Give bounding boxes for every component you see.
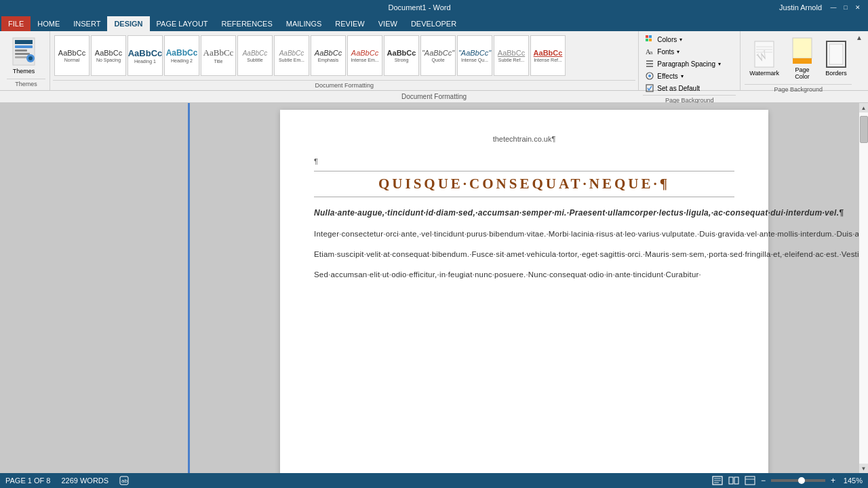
doc-format-label: Document Formatting [401, 93, 467, 100]
tab-review[interactable]: REVIEW [328, 16, 371, 31]
header-text: thetechtrain.co.uk¶ [493, 135, 556, 143]
tab-home[interactable]: HOME [31, 16, 66, 31]
document-page: thetechtrain.co.uk¶ ¶ QUISQUE·CONSEQUAT·… [280, 110, 768, 473]
fonts-label: Fonts [657, 48, 674, 56]
themes-label: Themes [13, 68, 35, 75]
tab-mailings[interactable]: MAILINGS [279, 16, 329, 31]
style-subtle-em[interactable]: AaBbCc Subtle Em... [274, 35, 309, 76]
style-subtle-ref[interactable]: AaBbCc Subtle Ref... [494, 35, 529, 76]
tab-file[interactable]: FILE [1, 16, 31, 31]
effects-label: Effects [657, 73, 677, 80]
themes-icon [12, 37, 36, 66]
svg-text:ab: ab [121, 478, 127, 484]
close-button[interactable]: ✕ [853, 3, 863, 12]
status-right: − + 145% [712, 476, 863, 485]
svg-rect-5 [15, 56, 28, 58]
vertical-scrollbar[interactable]: ▲ ▼ [859, 103, 868, 473]
style-title[interactable]: AaBbCc Title [201, 35, 236, 76]
intro-paragraph: Nulla·ante·augue,·tincidunt·id·diam·sed,… [314, 207, 734, 219]
style-strong[interactable]: AaBbCc Strong [384, 35, 419, 76]
style-gallery: AaBbCc Normal AaBbCc No Spacing AaBbCc H… [53, 33, 635, 79]
spell-check-icon: ab [119, 476, 129, 485]
set-as-default-button[interactable]: Set as Default [643, 83, 736, 94]
doc-format-section-label: Document Formatting [53, 80, 635, 89]
document-area[interactable]: thetechtrain.co.uk¶ ¶ QUISQUE·CONSEQUAT·… [190, 103, 859, 473]
style-heading2[interactable]: AaBbCc Heading 2 [164, 35, 199, 76]
user-info: Justin Arnold [779, 3, 822, 12]
paragraph-spacing-label: Paragraph Spacing [657, 60, 715, 68]
effects-icon [645, 71, 654, 81]
svg-rect-19 [646, 85, 653, 92]
body-paragraph-2: Etiam·suscipit·velit·at·consequat·bibend… [314, 249, 734, 261]
page-header: thetechtrain.co.uk¶ [314, 134, 734, 144]
status-bar: PAGE 1 OF 8 2269 WORDS ab − + 145% [0, 473, 868, 488]
body-paragraph-3-partial: Sed·accumsan·elit·ut·odio·efficitur,·in·… [314, 269, 734, 281]
svg-text:a: a [650, 49, 653, 56]
document-heading: QUISQUE·CONSEQUAT·NEQUE·¶ [314, 171, 734, 197]
read-mode-icon[interactable] [728, 476, 739, 485]
themes-button[interactable]: Themes [7, 34, 41, 77]
scroll-up-button[interactable]: ▲ [859, 103, 868, 113]
ribbon-collapse-button[interactable]: ▲ [856, 34, 863, 41]
zoom-in-button[interactable]: + [831, 476, 835, 485]
style-heading1[interactable]: AaBbCc Heading 1 [127, 35, 163, 76]
svg-rect-11 [649, 39, 652, 41]
print-layout-icon[interactable] [712, 476, 723, 485]
style-quote[interactable]: "AaBbCc" Quote [420, 35, 456, 76]
tab-page-layout[interactable]: PAGE LAYOUT [150, 16, 215, 31]
tab-design[interactable]: DESIGN [107, 16, 149, 31]
doc-format-bar: Document Formatting [0, 91, 868, 103]
style-intense-q[interactable]: "AaBbCc" Intense Qu... [457, 35, 492, 76]
style-subtitle[interactable]: AaBbCc Subtitle [237, 35, 273, 76]
zoom-thumb [798, 477, 805, 484]
zoom-level[interactable]: 145% [841, 476, 863, 485]
colors-icon [645, 35, 654, 44]
borders-label: Borders [825, 70, 847, 77]
zoom-out-button[interactable]: − [761, 476, 766, 485]
web-layout-icon[interactable] [745, 476, 755, 485]
borders-icon [825, 40, 847, 68]
fonts-icon: A a [645, 47, 654, 56]
left-margin [0, 103, 190, 473]
set-default-icon [645, 83, 654, 93]
ribbon-body: Themes Themes AaBbCc Normal AaBbCc No Sp… [0, 31, 868, 91]
colors-button[interactable]: Colors ▾ [643, 34, 736, 45]
main-area: thetechtrain.co.uk¶ ¶ QUISQUE·CONSEQUAT·… [0, 103, 868, 473]
style-emphasis[interactable]: AaBbCc Emphasis [311, 35, 346, 76]
paragraph-spacing-icon [645, 59, 654, 68]
tab-view[interactable]: VIEW [372, 16, 404, 31]
svg-point-18 [648, 75, 651, 77]
colors-arrow: ▾ [679, 37, 682, 43]
document-title: Document1 - Word [60, 3, 779, 12]
effects-button[interactable]: Effects ▾ [643, 70, 736, 81]
set-as-default-label: Set as Default [657, 85, 700, 92]
svg-rect-9 [649, 35, 652, 38]
window-controls[interactable]: — □ ✕ [829, 3, 863, 12]
fonts-button[interactable]: A a Fonts ▾ [643, 46, 736, 57]
fonts-arrow: ▾ [677, 49, 679, 55]
svg-rect-25 [793, 38, 812, 58]
title-bar: Document1 - Word Justin Arnold — □ ✕ [0, 0, 868, 15]
tab-insert[interactable]: INSERT [66, 16, 107, 31]
svg-rect-2 [15, 45, 33, 48]
page-color-button[interactable]: PageColor [787, 34, 818, 83]
style-intense-ref[interactable]: AaBbCc Intense Ref... [530, 35, 566, 76]
scroll-thumb[interactable] [860, 116, 868, 143]
paragraph-spacing-button[interactable]: Paragraph Spacing ▾ [643, 58, 736, 69]
zoom-slider[interactable] [771, 479, 825, 482]
watermark-button[interactable]: W Watermark [745, 37, 784, 79]
minimize-button[interactable]: — [829, 3, 838, 12]
style-intense-em[interactable]: AaBbCc Intense Em... [347, 35, 382, 76]
ribbon-tabs: FILE HOME INSERT DESIGN PAGE LAYOUT REFE… [0, 15, 868, 31]
style-no-spacing[interactable]: AaBbCc No Spacing [91, 35, 126, 76]
themes-section: Themes Themes [3, 31, 50, 90]
style-normal[interactable]: AaBbCc Normal [54, 35, 90, 76]
tab-developer[interactable]: DEVELOPER [404, 16, 463, 31]
borders-button[interactable]: Borders [821, 37, 852, 79]
svg-rect-37 [745, 476, 755, 485]
page-color-icon [791, 37, 813, 65]
maximize-button[interactable]: □ [841, 3, 850, 12]
scroll-down-button[interactable]: ▼ [859, 464, 868, 473]
tab-references[interactable]: REFERENCES [215, 16, 279, 31]
svg-rect-10 [646, 39, 648, 41]
